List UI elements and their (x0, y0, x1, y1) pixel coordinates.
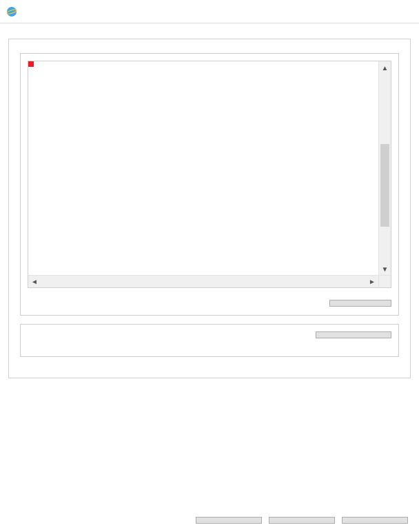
scroll-right-icon[interactable]: ► (366, 278, 378, 285)
settings-listbox[interactable]: ▲ ▼ ◄ ► (28, 61, 391, 288)
scroll-down-icon[interactable]: ▼ (379, 263, 391, 275)
apply-button[interactable] (342, 517, 408, 524)
ie-icon (6, 6, 18, 18)
vertical-scrollbar[interactable]: ▲ ▼ (378, 61, 391, 275)
scroll-corner (378, 275, 391, 287)
horizontal-scrollbar[interactable]: ◄ ► (28, 275, 378, 287)
ok-button[interactable] (196, 517, 262, 524)
titlebar (0, 0, 419, 23)
settings-group: ▲ ▼ ◄ ► (20, 53, 399, 316)
reset-button[interactable] (316, 331, 391, 338)
dialog-buttons (196, 517, 408, 524)
scroll-left-icon[interactable]: ◄ (28, 278, 41, 285)
reset-group (20, 324, 399, 357)
restore-advanced-button[interactable] (329, 300, 391, 307)
cancel-button[interactable] (269, 517, 335, 524)
tab-panel: ▲ ▼ ◄ ► (8, 39, 411, 378)
scroll-up-icon[interactable]: ▲ (379, 61, 391, 74)
scroll-thumb[interactable] (380, 144, 389, 227)
